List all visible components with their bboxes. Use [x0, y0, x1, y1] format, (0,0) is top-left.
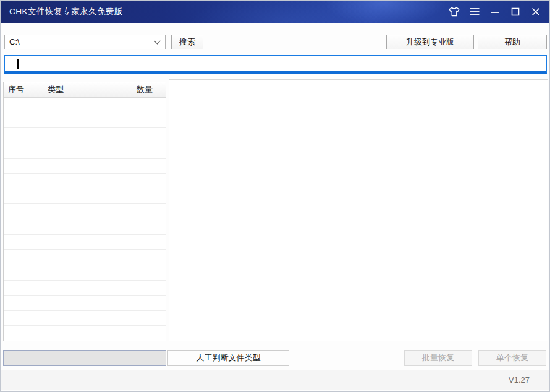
titlebar: CHK文件恢复专家永久免费版 [1, 1, 549, 23]
close-icon[interactable] [528, 4, 543, 19]
window-title: CHK文件恢复专家永久免费版 [9, 1, 123, 23]
table-row [4, 204, 166, 219]
statusbar: V1.27 [1, 370, 549, 390]
help-button[interactable]: 帮助 [478, 35, 547, 49]
table-row [4, 281, 166, 296]
table-row [4, 113, 166, 129]
table-row [4, 235, 166, 250]
column-divider [132, 98, 132, 341]
manual-judge-button[interactable]: 人工判断文件类型 [167, 350, 289, 366]
skin-tshirt-icon[interactable] [447, 4, 462, 19]
table-row [4, 265, 166, 281]
table-row [4, 189, 166, 205]
search-button[interactable]: 搜索 [171, 35, 203, 49]
table-row [4, 250, 166, 265]
menu-icon[interactable] [467, 4, 482, 19]
minimize-icon[interactable] [488, 4, 502, 19]
table-row [4, 128, 166, 143]
maximize-icon[interactable] [508, 4, 523, 19]
result-panel [169, 79, 548, 341]
table-body [4, 98, 166, 341]
column-divider [43, 98, 43, 341]
batch-recover-button[interactable]: 批量恢复 [404, 350, 472, 366]
drive-selector[interactable]: C:\ [4, 35, 166, 49]
table-row [4, 296, 166, 311]
column-header-index[interactable]: 序号 [4, 82, 43, 97]
table-row [4, 98, 166, 113]
file-type-table: 序号 类型 数量 [3, 82, 166, 341]
window-controls [447, 1, 543, 23]
upgrade-pro-button[interactable]: 升级到专业版 [386, 35, 474, 49]
column-header-count[interactable]: 数量 [132, 82, 166, 97]
table-row [4, 219, 166, 235]
table-row [4, 143, 166, 159]
single-recover-button[interactable]: 单个恢复 [478, 350, 546, 366]
text-caret [17, 59, 19, 69]
chevron-down-icon [154, 35, 161, 49]
table-row [4, 326, 166, 341]
column-header-type[interactable]: 类型 [43, 82, 132, 97]
progress-bar [3, 350, 166, 366]
table-row [4, 174, 166, 189]
path-input[interactable] [4, 55, 547, 74]
table-row [4, 159, 166, 174]
drive-selector-value: C:\ [9, 37, 20, 46]
app-window: CHK文件恢复专家永久免费版 [0, 0, 550, 392]
version-label: V1.27 [509, 370, 530, 390]
table-header: 序号 类型 数量 [4, 82, 166, 98]
table-row [4, 311, 166, 326]
